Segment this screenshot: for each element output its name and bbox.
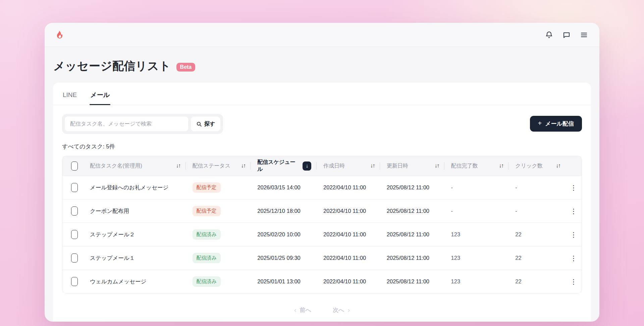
header-cell-completed: 配信完了数 ↓↑ — [444, 156, 509, 176]
clicks-value: 22 — [515, 255, 521, 261]
completed-value: 123 — [451, 255, 461, 261]
schedule-value: 2025/02/20 10:00 — [257, 231, 300, 238]
row-menu-kebab-icon[interactable]: ⋮ — [568, 229, 579, 240]
column-label-updated: 更新日時 — [387, 162, 408, 170]
chevron-left-icon: ‹ — [294, 306, 297, 314]
created-value: 2022/04/10 11:00 — [323, 255, 366, 261]
row-checkbox[interactable] — [71, 206, 78, 216]
tab-mail[interactable]: メール — [90, 91, 110, 105]
clicks-value: - — [515, 184, 517, 191]
toolbar: 探す + メール配信 — [53, 105, 591, 134]
row-checkbox[interactable] — [71, 183, 78, 192]
search-group: 探す — [62, 114, 223, 134]
column-label-status: 配信ステータス — [193, 162, 231, 170]
schedule-value: 2025/01/25 09:30 — [257, 255, 300, 261]
header-cell-clicks: クリック数 ↓↑ — [508, 156, 566, 176]
sort-icon-completed[interactable]: ↓↑ — [499, 162, 503, 169]
status-badge: 配信済み — [193, 253, 221, 263]
sort-icon-clicks[interactable]: ↓↑ — [556, 162, 560, 169]
header-cell-updated: 更新日時 ↓↑ — [380, 156, 444, 176]
menu-icon[interactable] — [577, 28, 591, 42]
column-label-task-name: 配信タスク名(管理用) — [90, 162, 142, 170]
app-header — [45, 23, 599, 47]
task-name: メール登録へのお礼メッセージ — [90, 184, 168, 191]
task-name: ステップメール１ — [90, 254, 135, 262]
select-all-checkbox[interactable] — [71, 161, 78, 171]
schedule-value: 2026/03/15 14:00 — [257, 184, 300, 191]
row-checkbox[interactable] — [71, 230, 78, 239]
status-badge: 配信予定 — [193, 206, 221, 216]
bell-icon[interactable] — [542, 28, 556, 42]
created-value: 2022/04/10 11:00 — [323, 231, 366, 238]
page-title: メッセージ配信リスト — [53, 58, 171, 74]
header-cell-created: 作成日時 ↓↑ — [317, 156, 380, 176]
row-menu-kebab-icon[interactable]: ⋮ — [568, 182, 579, 193]
plus-icon: + — [538, 120, 542, 127]
row-checkbox[interactable] — [71, 277, 78, 286]
table-row: メール登録へのお礼メッセージ 配信予定 2026/03/15 14:00 202… — [62, 176, 582, 199]
updated-value: 2025/08/12 11:00 — [387, 184, 429, 191]
status-badge: 配信済み — [193, 229, 221, 240]
pagination-next-button[interactable]: 次へ › — [333, 306, 350, 314]
clicks-value: - — [515, 208, 517, 214]
updated-value: 2025/08/12 11:00 — [387, 208, 429, 214]
row-menu-kebab-icon[interactable]: ⋮ — [568, 253, 579, 264]
column-label-completed: 配信完了数 — [451, 162, 478, 170]
tab-line[interactable]: LINE — [62, 91, 77, 105]
row-checkbox[interactable] — [71, 253, 78, 263]
sort-icon-created[interactable]: ↓↑ — [370, 162, 375, 169]
table-header-row: 配信タスク名(管理用) ↓↑ 配信ステータス ↓↑ 配信スケジュール ↓ — [62, 156, 582, 176]
status-badge: 配信予定 — [193, 182, 221, 193]
chevron-right-icon: › — [347, 306, 350, 314]
updated-value: 2025/08/12 11:00 — [387, 278, 429, 285]
created-value: 2022/04/10 11:00 — [323, 184, 366, 191]
table-row: ウェルカムメッセージ 配信済み 2025/01/01 13:00 2022/04… — [62, 270, 582, 293]
column-label-schedule: 配信スケジュール — [257, 159, 299, 173]
header-cell-schedule: 配信スケジュール ↓ — [251, 156, 317, 176]
header-cell-select — [62, 156, 83, 176]
pagination-next-label: 次へ — [333, 306, 344, 314]
create-mail-delivery-button[interactable]: + メール配信 — [530, 116, 582, 132]
completed-value: 123 — [451, 231, 461, 238]
desktop-background: メッセージ配信リスト Beta LINE メール 探す — [0, 0, 644, 326]
chat-icon[interactable] — [559, 28, 574, 42]
clicks-value: 22 — [515, 231, 521, 238]
completed-value: 123 — [451, 278, 461, 285]
page-title-row: メッセージ配信リスト Beta — [45, 47, 599, 83]
updated-value: 2025/08/12 11:00 — [387, 255, 429, 261]
pagination-prev-label: 前へ — [300, 306, 311, 314]
search-input[interactable] — [65, 117, 188, 131]
created-value: 2022/04/10 11:00 — [323, 278, 366, 285]
row-menu-kebab-icon[interactable]: ⋮ — [568, 206, 579, 217]
search-icon — [196, 121, 202, 127]
search-button-label: 探す — [204, 121, 215, 128]
column-label-clicks: クリック数 — [515, 162, 543, 170]
sort-icon-updated[interactable]: ↓↑ — [435, 162, 439, 169]
sort-icon-task-name[interactable]: ↓↑ — [176, 162, 180, 169]
pagination-prev-button[interactable]: ‹ 前へ — [294, 306, 311, 314]
task-name: クーポン配布用 — [90, 207, 129, 215]
sort-icon-status[interactable]: ↓↑ — [241, 162, 245, 169]
beta-badge: Beta — [176, 63, 196, 72]
task-name: ウェルカムメッセージ — [90, 278, 146, 285]
header-cell-status: 配信ステータス ↓↑ — [186, 156, 251, 176]
sort-active-desc-icon[interactable]: ↓ — [303, 161, 311, 171]
create-mail-delivery-label: メール配信 — [545, 120, 574, 128]
row-menu-kebab-icon[interactable]: ⋮ — [568, 276, 579, 287]
pagination: ‹ 前へ 次へ › — [53, 293, 591, 322]
delivery-task-table: 配信タスク名(管理用) ↓↑ 配信ステータス ↓↑ 配信スケジュール ↓ — [62, 156, 582, 293]
app-window: メッセージ配信リスト Beta LINE メール 探す — [45, 23, 599, 322]
tab-bar: LINE メール — [53, 83, 591, 105]
table-row: クーポン配布用 配信予定 2025/12/10 18:00 2022/04/10… — [62, 199, 582, 223]
content-panel: LINE メール 探す + — [53, 83, 591, 322]
created-value: 2022/04/10 11:00 — [323, 208, 366, 214]
completed-value: - — [451, 184, 453, 191]
completed-value: - — [451, 208, 453, 214]
table-row: ステップメール１ 配信済み 2025/01/25 09:30 2022/04/1… — [62, 246, 582, 270]
status-badge: 配信済み — [193, 276, 221, 287]
updated-value: 2025/08/12 11:00 — [387, 231, 429, 238]
header-cell-task-name: 配信タスク名(管理用) ↓↑ — [83, 156, 186, 176]
search-button[interactable]: 探す — [191, 117, 220, 131]
flame-logo-icon — [55, 30, 65, 40]
table-row: ステップメール２ 配信済み 2025/02/20 10:00 2022/04/1… — [62, 223, 582, 246]
